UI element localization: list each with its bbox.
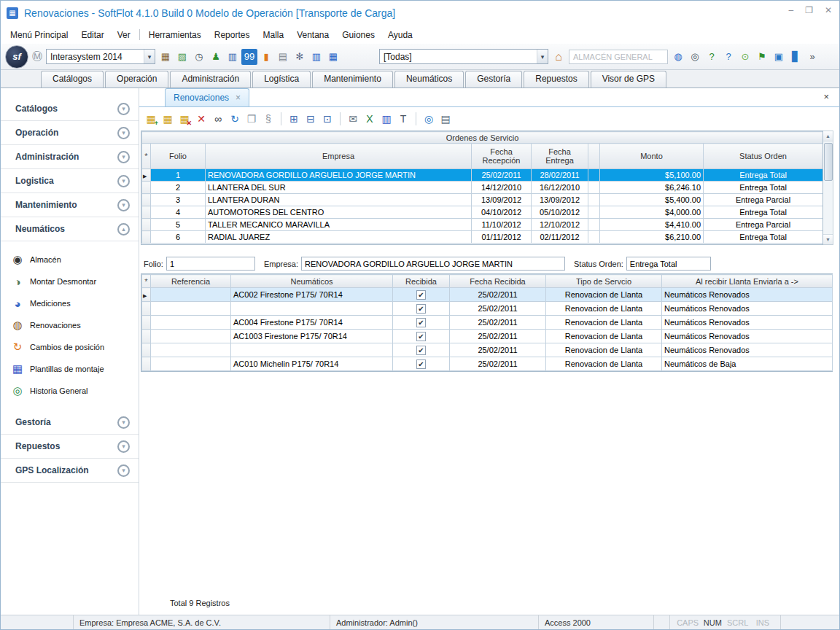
company-combobox[interactable]: Interasystem 2014 [46,49,155,64]
dropdown-arrow-icon[interactable] [537,50,548,63]
tree-collapse-icon[interactable]: ⊟ [303,111,319,127]
column-header-extra[interactable] [588,144,600,169]
tire-row[interactable]: AC004 Firestone P175/ 70R14 25/02/2011 R… [142,316,833,330]
flag-icon[interactable]: ⚑ [754,49,770,65]
folio-field[interactable] [166,257,255,271]
refresh-icon[interactable]: ↻ [227,111,243,127]
column-header-recibida[interactable]: Recibida [393,275,450,288]
module-tab[interactable]: Visor de GPS [591,71,666,88]
sidebar-section[interactable]: Repuestos [1,435,139,459]
cabinet-icon[interactable]: ▦ [158,49,174,65]
document-tab-renovaciones[interactable]: Renovaciones × [165,88,249,106]
column-header-folio[interactable]: Folio [151,144,206,169]
sidebar-section[interactable]: GPS Localización [1,459,139,483]
warehouse-field[interactable]: ALMACÉN GENERAL [569,50,668,64]
order-row[interactable]: 1 RENOVADORA GORDILLO ARGUELLO JORGE MAR… [142,169,823,182]
badge-99-icon[interactable]: 99 [241,49,257,65]
copy-document-icon[interactable]: ❐ [244,111,260,127]
close-all-tabs-icon[interactable]: × [823,91,829,102]
sidebar-item[interactable]: ◉ Almacén [1,249,139,271]
zoom-document-icon[interactable]: ◎ [687,49,703,65]
module-tab[interactable]: Repuestos [524,71,588,88]
order-row[interactable]: 4 AUTOMOTORES DEL CENTRO 04/10/2012 05/1… [142,206,823,219]
chart-icon[interactable]: ▊ [788,49,804,65]
print-icon[interactable]: ▤ [438,111,454,127]
column-header-monto[interactable]: Monto [600,144,704,169]
menu-item[interactable]: Ayuda [381,28,419,42]
tire-row[interactable]: AC010 Michelin P175/ 70R14 25/02/2011 Re… [142,357,833,371]
edit-data-icon[interactable]: ▦ [160,111,176,127]
status-orden-field[interactable] [626,257,711,271]
module-tab[interactable]: Gestoría [465,71,522,88]
home-icon[interactable]: ⌂ [551,50,567,63]
orders-grid-scrollbar[interactable] [823,131,833,245]
tire-row[interactable]: AC1003 Firestone P175/ 70R14 25/02/2011 … [142,330,833,343]
cancel-record-icon[interactable]: ✕ [193,111,209,127]
photo-icon[interactable]: ▨ [174,49,190,65]
print-preview-icon[interactable]: ◎ [421,111,437,127]
column-header-referencia[interactable]: Referencia [151,275,231,288]
document-new-icon[interactable]: ▥ [225,49,241,65]
sidebar-section[interactable]: Logistica [1,169,139,193]
scrollbar-thumb[interactable] [824,143,833,181]
order-row[interactable]: 3 LLANTERA DURAN 13/09/2012 13/09/2012 $… [142,194,823,206]
sidebar-item[interactable]: ◎ Historia General [1,380,139,402]
notes-list-icon[interactable]: ▤ [275,49,291,65]
sidebar-item[interactable]: ◕ Mediciones [1,292,139,314]
print-queue-icon[interactable]: ▦ [325,49,341,65]
globe-icon[interactable]: ◍ [670,49,686,65]
append-record-icon[interactable]: ▦ + [143,111,159,127]
menu-item[interactable]: Ver [111,28,137,42]
tree-expand-icon[interactable]: ⊞ [286,111,302,127]
sidebar-item[interactable]: ◑ Montar Desmontar [1,271,139,292]
world-clock-icon[interactable]: ◷ [191,49,207,65]
users-icon[interactable]: ♟ [208,49,224,65]
recibida-checkbox[interactable] [416,346,426,355]
email-icon[interactable]: ✉ [345,111,361,127]
sidebar-item[interactable]: ↻ Cambios de posición [1,336,139,358]
ledger-icon[interactable]: ▥ [308,49,324,65]
column-header-enviar-a[interactable]: Al recibir Llanta Enviarla a -> [662,275,833,288]
close-button[interactable]: ✕ [825,5,832,15]
module-tab[interactable]: Catálogos [41,71,104,88]
status-question-icon[interactable]: ? [704,49,720,65]
sidebar-section[interactable]: Operación [1,121,139,145]
overflow-chevron-icon[interactable]: » [804,49,820,65]
order-row[interactable]: 2 LLANTERA DEL SUR 14/12/2010 16/12/2010… [142,182,823,194]
menu-item[interactable]: Ventana [290,28,335,42]
minimize-button[interactable]: – [788,5,793,15]
column-header-fecha-entrega[interactable]: Fecha Entrega [532,144,588,169]
recibida-checkbox[interactable] [416,318,426,327]
recibida-checkbox[interactable] [416,359,426,369]
sidebar-section[interactable]: Mantenimiento [1,193,139,217]
report-export-icon[interactable]: ▥ [378,111,394,127]
module-tab[interactable]: Neumáticos [394,71,464,88]
restore-button[interactable]: ❐ [805,5,813,15]
column-header-status[interactable]: Status Orden [704,144,823,169]
sidebar-section[interactable]: Neumáticos [1,217,139,241]
module-tab[interactable]: Logística [252,71,311,88]
column-header-fecha-recibida[interactable]: Fecha Recibida [450,275,546,288]
txt-export-icon[interactable]: T [395,111,411,127]
dropdown-arrow-icon[interactable] [144,50,155,63]
recibida-checkbox[interactable] [416,304,426,314]
sidebar-item[interactable]: ◍ Renovaciones [1,314,139,336]
menu-item[interactable]: Editar [74,28,110,42]
order-row[interactable]: 5 TALLER MECANICO MARAVILLA 11/10/2012 1… [142,219,823,231]
tire-row[interactable]: 25/02/2011 Renovacion de Llanta Neumátic… [142,302,833,316]
menu-item[interactable]: Herramientas [142,28,208,42]
android-icon[interactable]: ⊙ [737,49,753,65]
menu-item[interactable]: Malla [256,28,290,42]
binoculars-search-icon[interactable]: ∞ [210,111,226,127]
column-header-tipo-servicio[interactable]: Tipo de Servcio [546,275,662,288]
scroll-down-icon[interactable] [823,234,833,244]
tire-row[interactable]: AC002 Firestone P175/ 70R14 25/02/2011 R… [142,288,833,302]
module-tab[interactable]: Mantenimiento [312,71,393,88]
tab-close-icon[interactable]: × [236,93,241,103]
menu-item[interactable]: Menú Principal [4,28,74,42]
tree-levels-icon[interactable]: ⊡ [319,111,335,127]
excel-export-icon[interactable]: X [362,111,378,127]
sidebar-item[interactable]: ▦ Plantillas de montaje [1,358,139,380]
settings-gear-icon[interactable]: ✻ [292,49,308,65]
menu-item[interactable]: Guiones [335,28,381,42]
